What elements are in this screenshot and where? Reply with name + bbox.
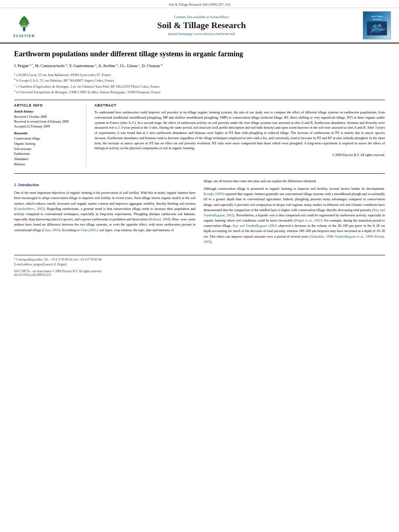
svg-point-7 (371, 25, 383, 33)
affiliation-c: c c Chambres d'Agriculture de Bretagne, … (14, 83, 385, 89)
page-wrapper: Soil & Tillage Research 104 (2009) 207–2… (0, 0, 399, 532)
chan-2001-ref-1[interactable]: Chan, 2001 (43, 228, 59, 232)
email-note: E-mail address: peigne@isara.fr (J. Peig… (14, 263, 385, 266)
keyword-5: Abundance (14, 157, 81, 162)
keyword-2: Organic farming (14, 142, 81, 147)
article-title: Earthworm populations under different ti… (14, 49, 385, 59)
keyword-6: Biomass (14, 162, 81, 167)
info-abstract-section: ARTICLE INFO Article history: Received 2… (14, 100, 385, 167)
received-date: Received 2 October 2008 (14, 115, 81, 119)
elsevier-tree-icon (12, 13, 36, 33)
kay-vandenbygaart-2002-ref-2[interactable]: Kay and VandenBygaart (2002) (233, 224, 277, 228)
authors-line: J. Peigné a,*, M. Cannavaciuolo b, Y. Ga… (14, 63, 385, 69)
keyword-3: Soil structure (14, 147, 81, 152)
history-label: Article history: (14, 110, 81, 113)
journal-ref-text: Soil & Tillage Research 104 (2009) 207–2… (169, 2, 230, 6)
elsevier-logo: ELSEVIER (8, 13, 40, 38)
peigne-2007-ref[interactable]: Peigné et al., 2007 (295, 218, 321, 222)
svg-point-3 (26, 19, 28, 21)
affiliation-d: d d Université Européenne de Bretagne, U… (14, 89, 385, 95)
keyword-1: Conservation tillage (14, 136, 81, 142)
science-direct-link[interactable]: ScienceDirect (210, 15, 229, 19)
journal-title-center: Contents lists available at ScienceDirec… (40, 15, 363, 36)
corresponding-author-note: * Corresponding author. Tel.: +33 4 27 8… (14, 258, 385, 261)
accepted-date: Accepted 22 February 2009 (14, 124, 81, 129)
journal-reference-bar: Soil & Tillage Research 104 (2009) 207–2… (0, 0, 399, 8)
keywords-list: Conservation tillage Organic farming Soi… (14, 136, 81, 167)
affiliation-a: a a ISARA Lyon, 23 rue Jean Baldassini, … (14, 72, 385, 78)
copyright-notice: © 2009 Elsevier B.V. All rights reserved… (95, 153, 385, 157)
vandenbygaart-ref[interactable]: VandenBygaart et al., 1999 (335, 234, 372, 238)
journal-main-title: Soil & Tillage Research (40, 20, 363, 31)
affiliations: a a ISARA Lyon, 23 rue Jean Baldassini, … (14, 72, 385, 95)
section-divider (14, 173, 385, 174)
article-info-box: ARTICLE INFO Article history: Received 2… (14, 103, 86, 167)
article-info-title: ARTICLE INFO (14, 103, 81, 107)
elsevier-brand-text: ELSEVIER (13, 34, 35, 38)
svg-point-2 (21, 20, 22, 22)
abstract-text: To understand how earthworms could impro… (95, 110, 385, 151)
journal-cover-image: Soil & Tillage Research (363, 11, 391, 39)
alakukku-ref[interactable]: Alakukku, 1998 (311, 234, 333, 238)
svg-point-9 (378, 24, 381, 27)
franzluebbers-ref[interactable]: Franzluebbers, 2002 (15, 207, 44, 211)
intro-paragraph-1: One of the most important objectives of … (14, 190, 195, 232)
revised-date: Received in revised form 4 February 2009 (14, 119, 81, 124)
text-column-left: 1. Introduction One of the most importan… (14, 179, 195, 247)
contents-available-text: Contents lists available at ScienceDirec… (40, 15, 363, 19)
svg-point-5 (28, 23, 29, 24)
keyword-4: Earthworms (14, 152, 81, 157)
abstract-title: ABSTRACT (95, 103, 385, 107)
intro-paragraph-3: Although conservation tillage is promote… (204, 186, 385, 244)
journal-header: ELSEVIER Contents lists available at Sci… (0, 8, 399, 43)
footer-ids: 0167-1987/$ – see front matter © 2009 El… (14, 269, 385, 277)
koepke-ref[interactable]: Koepke (2003) (204, 192, 224, 196)
text-column-right: tillage, are all factors that come into … (204, 179, 385, 247)
kay-vandenbygaart-2002-ref-1[interactable]: Kay and VandenBygaart, 2002 (204, 208, 385, 217)
main-article-text: 1. Introduction One of the most importan… (14, 179, 385, 247)
keywords-label: Keywords: (14, 131, 81, 135)
affiliation-b: b b Groupe E.S.A. 55, rue Rabelais, BP 7… (14, 77, 385, 83)
section-1-title: 1. Introduction (14, 182, 195, 188)
svg-point-8 (373, 25, 376, 28)
journal-homepage-text: journal homepage: www.elsevier.com/locat… (40, 32, 363, 36)
svg-point-4 (19, 23, 21, 25)
abstract-section: ABSTRACT To understand how earthworms co… (95, 103, 385, 167)
chan-2001-ref-2[interactable]: Chan (2001) (80, 228, 98, 232)
cover-artwork (367, 21, 387, 35)
doi-line: doi:10.1016/j.still.2009.02.011 (14, 273, 385, 277)
holland-ref[interactable]: Holland, 2004 (150, 217, 169, 221)
intro-paragraph-2: tillage, are all factors that come into … (204, 179, 385, 184)
article-footer: * Corresponding author. Tel.: +33 4 27 8… (14, 255, 385, 277)
article-body: Earthworm populations under different ti… (0, 43, 399, 285)
issn-line: 0167-1987/$ – see front matter © 2009 El… (14, 269, 385, 273)
